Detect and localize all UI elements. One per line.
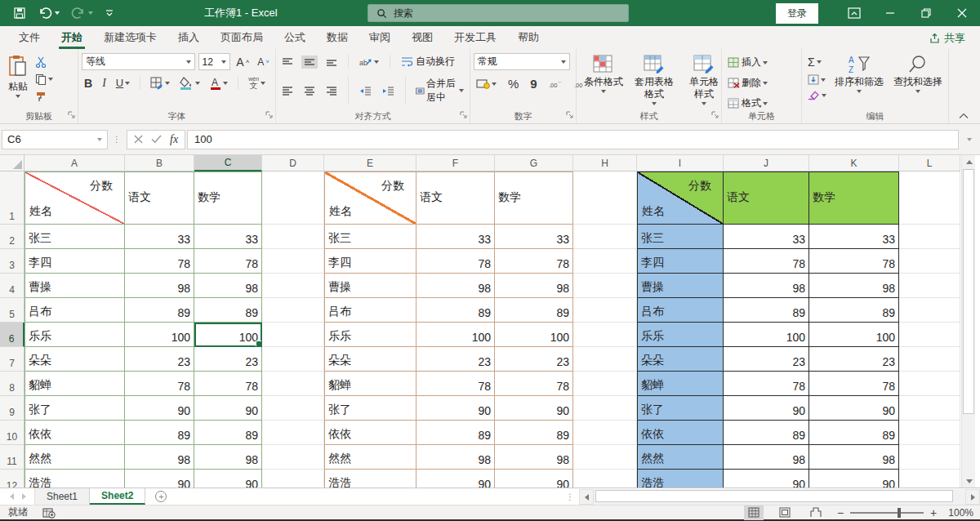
tab-插入[interactable]: 插入 (167, 26, 210, 49)
column-header-L[interactable]: L (899, 155, 960, 171)
cell-J10[interactable]: 89 (724, 421, 809, 445)
page-layout-view-icon[interactable] (775, 505, 795, 520)
cell-L5[interactable] (899, 298, 960, 323)
cell-L11[interactable] (899, 445, 960, 470)
tab-帮助[interactable]: 帮助 (507, 26, 550, 49)
row-header-5[interactable]: 5 (0, 298, 24, 323)
macro-record-icon[interactable] (42, 507, 56, 519)
cell-D4[interactable] (262, 274, 324, 298)
cell-D8[interactable] (262, 372, 324, 396)
restore-button[interactable] (908, 0, 944, 26)
accounting-format-button[interactable] (474, 77, 499, 91)
column-header-H[interactable]: H (573, 155, 637, 171)
cell-C5[interactable]: 89 (194, 298, 262, 323)
cell-F4[interactable]: 98 (416, 274, 495, 298)
cell-I10[interactable]: 依依 (637, 421, 724, 445)
cell-I1[interactable]: 分数姓名 (637, 171, 724, 225)
cell-A11[interactable]: 然然 (24, 445, 125, 470)
cell-A7[interactable]: 朵朵 (24, 347, 125, 372)
cell-F9[interactable]: 90 (416, 396, 495, 421)
bold-button[interactable]: B (82, 75, 95, 91)
column-header-E[interactable]: E (324, 155, 416, 171)
minimize-button[interactable] (872, 0, 908, 26)
column-header-A[interactable]: A (24, 155, 125, 171)
number-dialog-launcher-icon[interactable] (566, 109, 573, 121)
cell-K9[interactable]: 90 (809, 396, 899, 421)
tab-文件[interactable]: 文件 (8, 26, 51, 49)
tab-审阅[interactable]: 审阅 (359, 26, 401, 49)
fill-button[interactable] (805, 73, 829, 87)
cell-E10[interactable]: 依依 (324, 421, 416, 445)
cell-L8[interactable] (899, 372, 960, 396)
cell-F5[interactable]: 89 (416, 298, 495, 323)
font-color-button[interactable]: A (207, 75, 230, 91)
copy-button[interactable] (33, 72, 56, 87)
cell-F7[interactable]: 23 (416, 347, 495, 372)
column-header-C[interactable]: C (194, 155, 262, 171)
cell-I7[interactable]: 朵朵 (637, 347, 724, 372)
sign-in-button[interactable]: 登录 (776, 3, 818, 24)
cell-I8[interactable]: 貂蝉 (637, 372, 724, 396)
new-sheet-button[interactable]: + (145, 488, 176, 505)
cell-C12[interactable]: 90 (194, 470, 262, 488)
cell-H3[interactable] (573, 249, 637, 274)
cell-J1[interactable]: 语文 (724, 171, 809, 225)
tab-开发工具[interactable]: 开发工具 (443, 26, 507, 49)
cell-A5[interactable]: 吕布 (24, 298, 125, 323)
cell-B11[interactable]: 98 (125, 445, 194, 470)
cell-D5[interactable] (262, 298, 324, 323)
decrease-font-size-button[interactable]: A˅ (255, 55, 272, 69)
zoom-track[interactable] (850, 512, 924, 514)
cell-H6[interactable] (573, 323, 637, 347)
cell-I5[interactable]: 吕布 (637, 298, 724, 323)
cell-I3[interactable]: 李四 (637, 249, 724, 274)
normal-view-icon[interactable] (744, 505, 764, 520)
cell-G11[interactable]: 98 (495, 445, 573, 470)
cell-G7[interactable]: 23 (495, 347, 573, 372)
cell-H10[interactable] (573, 421, 637, 445)
cell-A10[interactable]: 依依 (24, 421, 125, 445)
previous-sheet-icon[interactable] (10, 493, 14, 500)
cell-J5[interactable]: 89 (724, 298, 809, 323)
paste-button[interactable]: 粘贴 (3, 53, 33, 110)
wrap-text-button[interactable]: 自动换行 (399, 53, 457, 70)
row-header-10[interactable]: 10 (0, 421, 24, 445)
cell-G3[interactable]: 78 (495, 249, 573, 274)
cell-E1[interactable]: 分数姓名 (324, 171, 416, 225)
clipboard-dialog-launcher-icon[interactable] (68, 109, 75, 121)
borders-button[interactable] (148, 75, 172, 91)
expand-formula-bar-icon[interactable] (960, 138, 978, 141)
cell-H2[interactable] (573, 225, 637, 249)
vertical-scrollbar-thumb[interactable] (963, 169, 974, 414)
conditional-formatting-button[interactable]: 条件格式 (580, 53, 627, 95)
cell-F11[interactable]: 98 (416, 445, 495, 470)
redo-dropdown-icon[interactable] (88, 11, 93, 15)
increase-decimal-button[interactable]: .00←0 (546, 78, 565, 91)
scroll-down-icon[interactable] (962, 474, 976, 488)
collapse-ribbon-icon[interactable] (959, 110, 972, 120)
cell-K6[interactable]: 100 (809, 323, 899, 347)
cell-F10[interactable]: 89 (416, 421, 495, 445)
cell-A6[interactable]: 乐乐 (24, 323, 125, 347)
cell-J12[interactable]: 90 (724, 470, 809, 488)
tab-视图[interactable]: 视图 (401, 26, 443, 49)
format-cells-button[interactable]: 格式 (725, 95, 770, 112)
cell-C3[interactable]: 78 (194, 249, 262, 274)
cell-A12[interactable]: 浩浩 (24, 470, 125, 488)
cut-button[interactable] (33, 55, 56, 69)
align-left-button[interactable] (279, 84, 296, 97)
cell-H8[interactable] (573, 372, 637, 396)
share-button[interactable]: 共享 (923, 29, 972, 47)
cell-G8[interactable]: 78 (495, 372, 573, 396)
save-icon[interactable] (13, 7, 26, 20)
cell-J6[interactable]: 100 (724, 323, 809, 347)
row-header-2[interactable]: 2 (0, 225, 24, 249)
column-header-F[interactable]: F (416, 155, 495, 171)
cell-D12[interactable] (262, 470, 324, 488)
cell-K12[interactable]: 90 (809, 470, 899, 488)
cell-D3[interactable] (262, 249, 324, 274)
clear-button[interactable] (805, 89, 829, 102)
cell-L2[interactable] (899, 225, 960, 249)
merge-center-button[interactable]: 合并后居中 (413, 75, 466, 106)
cell-A4[interactable]: 曹操 (24, 274, 125, 298)
